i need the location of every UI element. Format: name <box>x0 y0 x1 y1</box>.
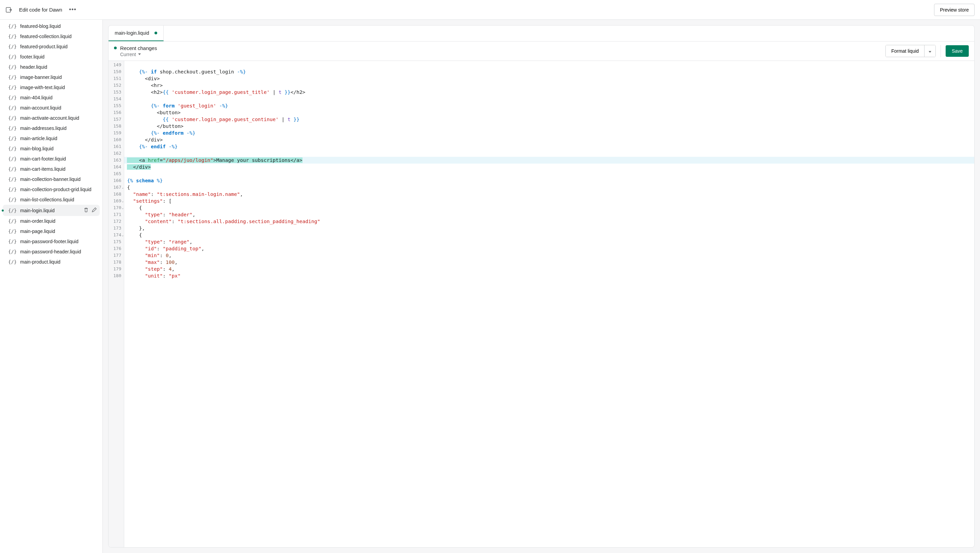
file-item[interactable]: {/}main-404.liquid <box>0 92 102 103</box>
line-number: 176 <box>113 245 121 252</box>
code-line[interactable]: { <box>124 184 974 191</box>
code-line[interactable]: "unit": "px" <box>124 272 974 279</box>
line-number: 169⌄ <box>113 198 121 204</box>
fold-icon[interactable]: ⌄ <box>122 204 124 211</box>
file-item[interactable]: {/}main-blog.liquid <box>0 143 102 154</box>
file-item[interactable]: {/}main-page.liquid <box>0 226 102 236</box>
liquid-file-icon: {/} <box>8 156 17 162</box>
code-line[interactable]: "settings": [ <box>124 198 974 204</box>
code-line[interactable]: "type": "header", <box>124 211 974 218</box>
line-number: 180 <box>113 272 121 279</box>
topbar-left: Edit code for Dawn ••• <box>5 6 76 13</box>
code-line[interactable]: "max": 100, <box>124 259 974 265</box>
line-number: 172 <box>113 218 121 225</box>
more-icon[interactable]: ••• <box>69 6 76 13</box>
liquid-file-icon: {/} <box>8 75 17 80</box>
code-editor[interactable]: 1491501511521531541551561571581591601611… <box>108 61 974 547</box>
line-number: 149 <box>113 62 121 68</box>
file-item[interactable]: {/}image-with-text.liquid <box>0 82 102 92</box>
code-line[interactable] <box>124 62 974 68</box>
main: {/}featured-blog.liquid{/}featured-colle… <box>0 20 980 553</box>
file-item[interactable]: {/}featured-collection.liquid <box>0 31 102 41</box>
file-item[interactable]: {/}main-activate-account.liquid <box>0 113 102 123</box>
file-item[interactable]: {/}main-cart-items.liquid <box>0 164 102 174</box>
liquid-file-icon: {/} <box>8 64 17 70</box>
file-item[interactable]: {/}main-password-footer.liquid <box>0 236 102 246</box>
file-item[interactable]: {/}main-addresses.liquid <box>0 123 102 133</box>
preview-store-button[interactable]: Preview store <box>934 4 975 16</box>
file-name: featured-product.liquid <box>20 44 94 49</box>
file-item[interactable]: {/}main-product.liquid <box>0 257 102 267</box>
fold-icon[interactable]: ⌄ <box>122 198 124 204</box>
code-line[interactable]: {%- if shop.checkout.guest_login -%} <box>124 68 974 75</box>
file-name: image-banner.liquid <box>20 75 94 80</box>
code-line[interactable]: </button> <box>124 123 974 130</box>
liquid-file-icon: {/} <box>8 95 17 100</box>
liquid-file-icon: {/} <box>8 166 17 172</box>
code-line[interactable]: <div> <box>124 75 974 82</box>
file-item[interactable]: {/}main-login.liquid <box>3 205 100 216</box>
liquid-file-icon: {/} <box>8 126 17 131</box>
file-item[interactable]: {/}image-banner.liquid <box>0 72 102 82</box>
line-number: 151 <box>113 75 121 82</box>
line-number: 173 <box>113 225 121 232</box>
file-item[interactable]: {/}main-account.liquid <box>0 103 102 113</box>
code-line[interactable] <box>124 95 974 102</box>
code-line[interactable]: </div> <box>124 137 974 143</box>
code-line[interactable]: <h2>{{ 'customer.login_page.guest_title'… <box>124 89 974 95</box>
liquid-file-icon: {/} <box>8 259 17 265</box>
code-line[interactable]: {{ 'customer.login_page.guest_continue' … <box>124 116 974 123</box>
code-line[interactable]: }, <box>124 225 974 232</box>
code-line[interactable] <box>124 150 974 157</box>
recent-changes-dropdown[interactable]: Current <box>114 52 157 57</box>
delete-icon[interactable] <box>83 207 89 214</box>
file-item[interactable]: {/}main-list-collections.liquid <box>0 194 102 205</box>
code-line[interactable]: </div> <box>124 164 974 170</box>
save-button[interactable]: Save <box>946 45 969 57</box>
code-line[interactable]: "step": 4, <box>124 265 974 272</box>
code-line[interactable] <box>124 170 974 177</box>
file-item[interactable]: {/}footer.liquid <box>0 52 102 62</box>
fold-icon[interactable]: ⌄ <box>122 184 124 191</box>
file-item[interactable]: {/}main-article.liquid <box>0 133 102 143</box>
file-name: main-cart-items.liquid <box>20 166 94 172</box>
code-line[interactable]: {%- endform -%} <box>124 130 974 137</box>
code-line[interactable]: {%- form 'guest_login' -%} <box>124 102 974 109</box>
line-number: 154 <box>113 95 121 102</box>
code-line[interactable]: {% schema %} <box>124 177 974 184</box>
code-line[interactable]: { <box>124 204 974 211</box>
file-sidebar[interactable]: {/}featured-blog.liquid{/}featured-colle… <box>0 20 103 553</box>
file-item[interactable]: {/}main-order.liquid <box>0 216 102 226</box>
code-line[interactable]: "min": 0, <box>124 252 974 259</box>
file-item[interactable]: {/}featured-product.liquid <box>0 41 102 52</box>
file-item[interactable]: {/}featured-blog.liquid <box>0 21 102 31</box>
code-line[interactable]: { <box>124 232 974 238</box>
line-number: 166 <box>113 177 121 184</box>
file-name: main-activate-account.liquid <box>20 115 94 121</box>
code-line[interactable]: <button> <box>124 109 974 116</box>
recent-changes-current: Current <box>120 52 136 57</box>
file-item[interactable]: {/}main-collection-product-grid.liquid <box>0 184 102 194</box>
recent-changes-label: Recent changes <box>120 45 157 51</box>
line-number: 160 <box>113 137 121 143</box>
fold-icon[interactable]: ⌄ <box>122 232 124 238</box>
file-item[interactable]: {/}main-collection-banner.liquid <box>0 174 102 184</box>
format-liquid-button[interactable]: Format liquid <box>886 45 924 57</box>
code-line[interactable]: "type": "range", <box>124 238 974 245</box>
file-item[interactable]: {/}main-password-header.liquid <box>0 246 102 257</box>
code-line[interactable]: "content": "t:sections.all.padding.secti… <box>124 218 974 225</box>
file-item[interactable]: {/}main-cart-footer.liquid <box>0 154 102 164</box>
code-line[interactable]: <hr> <box>124 82 974 89</box>
tab-label: main-login.liquid <box>115 30 149 36</box>
code-line[interactable]: "id": "padding_top", <box>124 245 974 252</box>
back-icon[interactable] <box>5 6 12 13</box>
file-name: main-password-footer.liquid <box>20 239 94 244</box>
code-line[interactable]: {%- endif -%} <box>124 143 974 150</box>
format-dropdown-button[interactable] <box>924 45 935 57</box>
code-line[interactable]: "name": "t:sections.main-login.name", <box>124 191 974 198</box>
file-item[interactable]: {/}header.liquid <box>0 62 102 72</box>
tab-main-login[interactable]: main-login.liquid <box>108 25 164 41</box>
edit-icon[interactable] <box>92 207 97 214</box>
code-area[interactable]: {%- if shop.checkout.guest_login -%} <di… <box>124 61 974 547</box>
code-line[interactable]: <a href="/apps/juo/login">Manage your su… <box>124 157 974 164</box>
